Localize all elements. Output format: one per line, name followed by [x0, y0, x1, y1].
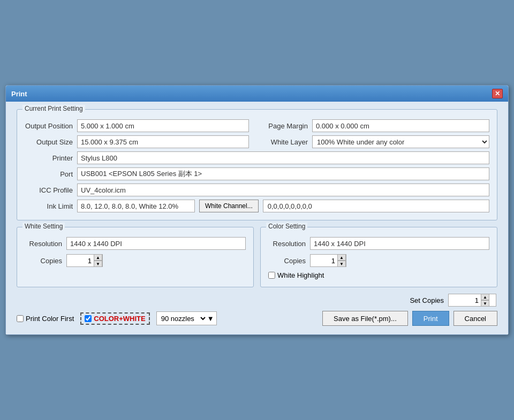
- output-size-row: Output Size: [25, 135, 249, 148]
- white-channel-button[interactable]: White Channel...: [199, 200, 259, 212]
- printer-input[interactable]: [77, 151, 489, 164]
- white-copies-label: Copies: [25, 257, 62, 265]
- ink-limit-row: Ink Limit White Channel...: [25, 200, 489, 212]
- white-copies-input[interactable]: [67, 255, 94, 266]
- white-resolution-row: Resolution: [25, 237, 246, 250]
- ink-extra-input[interactable]: [263, 200, 489, 212]
- white-layer-select[interactable]: 100% White under any color: [313, 136, 489, 148]
- port-row: Port: [25, 167, 489, 180]
- nozzles-select[interactable]: 90 nozzles 180 nozzles: [159, 314, 207, 323]
- color-copies-row: Copies ▲ ▼: [268, 254, 489, 267]
- color-copies-spinner-buttons: ▲ ▼: [337, 254, 346, 267]
- output-position-row: Output Position: [25, 119, 249, 132]
- title-bar: Print ✕: [6, 86, 508, 102]
- color-copies-up-button[interactable]: ▲: [337, 254, 346, 261]
- set-copies-label: Set Copies: [410, 296, 444, 304]
- set-copies-up-button[interactable]: ▲: [481, 294, 489, 300]
- set-copies-input[interactable]: [449, 294, 481, 306]
- cancel-button[interactable]: Cancel: [453, 311, 497, 326]
- color-setting-label: Color Setting: [266, 223, 307, 230]
- white-setting-label: White Setting: [22, 223, 65, 230]
- print-color-first-checkbox[interactable]: [17, 315, 24, 322]
- printer-label: Printer: [25, 154, 73, 162]
- set-copies-down-button[interactable]: ▼: [481, 300, 489, 307]
- output-size-input[interactable]: [77, 135, 249, 148]
- white-copies-row: Copies ▲ ▼: [25, 254, 246, 267]
- set-copies-row: Set Copies ▲ ▼: [17, 294, 497, 307]
- white-resolution-input[interactable]: [66, 237, 246, 250]
- settings-row: White Setting Resolution Copies ▲ ▼: [17, 227, 497, 287]
- bottom-left-controls: Print Color First COLOR+WHITE 90 nozzles…: [17, 311, 217, 325]
- page-margin-input[interactable]: [312, 119, 489, 132]
- color-setting-group: Color Setting Resolution Copies ▲ ▼: [260, 227, 497, 287]
- white-copies-spinner-buttons: ▲ ▼: [94, 254, 102, 267]
- printer-row: Printer: [25, 151, 489, 164]
- page-margin-row: Page Margin: [265, 119, 489, 132]
- color-copies-input[interactable]: [311, 255, 337, 266]
- dialog-body: Current Print Setting Output Position Pa…: [6, 102, 508, 334]
- ink-limit-label: Ink Limit: [25, 202, 73, 210]
- icc-profile-input[interactable]: [77, 184, 489, 196]
- current-print-setting-label: Current Print Setting: [22, 105, 85, 112]
- white-layer-row: White Layer 100% White under any color: [265, 135, 489, 148]
- print-color-first-label: Print Color First: [26, 315, 74, 323]
- color-resolution-row: Resolution: [268, 237, 489, 250]
- set-copies-spinner[interactable]: ▲ ▼: [448, 294, 496, 307]
- page-margin-label: Page Margin: [265, 122, 308, 130]
- dialog-title: Print: [11, 90, 27, 98]
- white-highlight-row: White Highlight: [268, 271, 489, 279]
- color-white-label: COLOR+WHITE: [94, 315, 145, 323]
- port-label: Port: [25, 170, 73, 178]
- white-highlight-checkbox[interactable]: [268, 272, 275, 279]
- print-button[interactable]: Print: [412, 311, 449, 326]
- ink-limit-input[interactable]: [77, 200, 195, 212]
- close-button[interactable]: ✕: [492, 89, 503, 98]
- icc-profile-label: ICC Profile: [25, 186, 73, 194]
- white-highlight-label: White Highlight: [277, 271, 324, 279]
- current-print-setting-group: Current Print Setting Output Position Pa…: [17, 109, 497, 220]
- port-input[interactable]: [77, 167, 489, 180]
- nozzles-dropdown-icon: ▼: [207, 315, 214, 323]
- icc-profile-row: ICC Profile: [25, 184, 489, 196]
- bottom-bar: Print Color First COLOR+WHITE 90 nozzles…: [17, 311, 497, 326]
- color-copies-down-button[interactable]: ▼: [337, 261, 346, 267]
- print-color-first-row[interactable]: Print Color First: [17, 315, 74, 323]
- white-copies-spinner[interactable]: ▲ ▼: [66, 254, 103, 267]
- save-as-file-button[interactable]: Save as File(*.pm)...: [322, 311, 408, 326]
- white-resolution-label: Resolution: [25, 240, 62, 248]
- output-position-label: Output Position: [25, 122, 73, 130]
- set-copies-spinner-buttons: ▲ ▼: [481, 294, 489, 307]
- white-copies-down-button[interactable]: ▼: [94, 261, 102, 267]
- print-dialog: Print ✕ Current Print Setting Output Pos…: [5, 85, 509, 335]
- white-layer-label: White Layer: [265, 138, 308, 146]
- color-copies-spinner[interactable]: ▲ ▼: [310, 254, 346, 267]
- nozzles-select-container[interactable]: 90 nozzles 180 nozzles ▼: [156, 311, 217, 325]
- bottom-right-buttons: Save as File(*.pm)... Print Cancel: [322, 311, 497, 326]
- white-layer-dropdown[interactable]: 100% White under any color: [312, 135, 489, 148]
- color-white-check-row: COLOR+WHITE: [80, 312, 149, 325]
- white-copies-up-button[interactable]: ▲: [94, 254, 102, 261]
- color-white-checkbox[interactable]: [85, 315, 92, 322]
- white-setting-group: White Setting Resolution Copies ▲ ▼: [17, 227, 254, 287]
- color-resolution-label: Resolution: [268, 240, 306, 248]
- output-size-label: Output Size: [25, 138, 73, 146]
- color-copies-label: Copies: [268, 257, 306, 265]
- output-position-input[interactable]: [77, 119, 249, 132]
- color-resolution-input[interactable]: [310, 237, 489, 250]
